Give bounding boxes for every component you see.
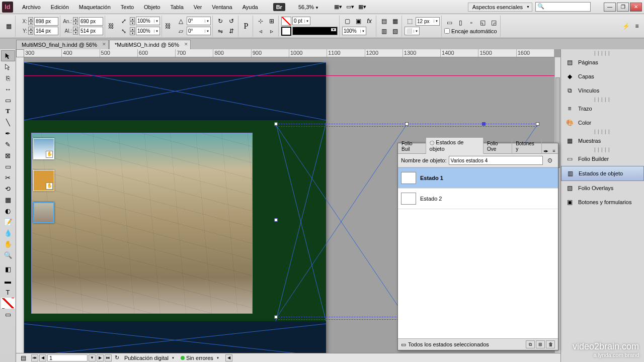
selection-handle[interactable]	[536, 122, 539, 126]
scale-y-field[interactable]: 100%	[136, 27, 160, 35]
image-frame[interactable]	[31, 133, 253, 314]
thumbnail-2[interactable]: ✋	[33, 170, 54, 191]
x-field[interactable]	[34, 17, 58, 26]
doc-tab-1[interactable]: MultiMSO_final_h.indd @ 56%✕	[16, 40, 109, 49]
vertical-ruler[interactable]	[16, 57, 24, 356]
feather-icon[interactable]: ▣	[353, 17, 363, 26]
dropshadow-icon[interactable]: ▢	[342, 17, 352, 26]
shear-field[interactable]: 0°	[187, 27, 211, 35]
gap-tool[interactable]: ↔	[1, 83, 15, 95]
panel-menu-icon[interactable]: ≡	[550, 148, 558, 153]
close-icon[interactable]: ✕	[102, 42, 106, 47]
state-item-2[interactable]: Estado 2	[398, 189, 558, 209]
constrain-scale-icon[interactable]: ⛓	[163, 22, 173, 31]
ruler-origin[interactable]	[16, 49, 24, 57]
content-collector-tool[interactable]: ▭	[1, 95, 15, 106]
selection-handle[interactable]	[274, 315, 278, 319]
p-icon[interactable]: P	[241, 22, 251, 31]
first-page-button[interactable]: ⏮	[31, 354, 38, 361]
format-text-tool[interactable]: T	[1, 287, 15, 298]
page-field[interactable]	[47, 354, 88, 361]
rectangle-frame-tool[interactable]: ⊠	[1, 150, 15, 161]
note-tool[interactable]: 📝	[1, 216, 15, 227]
status-menu-icon[interactable]: ▤	[18, 353, 28, 363]
dock-botones-formularios[interactable]: ▣Botones y formularios	[561, 195, 644, 209]
close-icon[interactable]: ✕	[184, 42, 188, 47]
dock-muestras[interactable]: ▦Muestras	[561, 134, 644, 148]
rotate-ccw-icon[interactable]: ↺	[226, 17, 236, 26]
thumbnail-1[interactable]: ✋	[33, 138, 54, 159]
free-transform-tool[interactable]: ⟲	[1, 183, 15, 194]
w-stepper[interactable]: ▴▾	[73, 17, 78, 25]
fill-stroke-swatch[interactable]: ◧	[1, 262, 15, 276]
close-button[interactable]: ✕	[630, 3, 642, 12]
dock-color[interactable]: 🎨Color	[561, 116, 644, 130]
thumbnail-3[interactable]	[33, 202, 54, 223]
tab-botones[interactable]: Botones y	[512, 139, 542, 153]
y-stepper[interactable]: ▴▾	[28, 27, 33, 35]
selection-handle[interactable]	[405, 122, 409, 126]
dock-trazo[interactable]: ≡Trazo	[561, 102, 644, 116]
scroll-left-button[interactable]: ◀	[225, 354, 232, 361]
dock-estados-objeto[interactable]: ▥Estados de objeto	[561, 166, 644, 181]
pencil-tool[interactable]: ✎	[1, 139, 15, 150]
fill-prop-icon[interactable]: ◲	[489, 18, 499, 27]
zoom-tool[interactable]: 🔍	[1, 249, 15, 260]
menu-maquetacion[interactable]: Maquetación	[74, 2, 116, 12]
paste-state-icon[interactable]: ⧉	[526, 340, 535, 348]
app-logo[interactable]: Id	[2, 2, 13, 13]
scalex-stepper[interactable]: ▴▾	[130, 17, 135, 25]
text-wrap-jump-icon[interactable]: ▧	[390, 27, 400, 36]
horizontal-ruler[interactable]: 300 400 500 600 700 800 900 1000 1100 12…	[24, 49, 554, 57]
dock-grip-icon[interactable]: ┃┃┃┃┃	[561, 148, 644, 152]
gradient-swatch-tool[interactable]: ▦	[1, 194, 15, 205]
rectangle-tool[interactable]: ▭	[1, 161, 15, 172]
dock-grip-icon[interactable]: ┃┃┃┃┃	[561, 130, 644, 134]
scaley-stepper[interactable]: ▴▾	[130, 27, 135, 35]
view-mode-tool[interactable]: ▭	[1, 309, 15, 320]
new-state-icon[interactable]: ⊞	[536, 340, 545, 348]
selection-handle[interactable]	[274, 122, 278, 126]
y-field[interactable]	[34, 27, 58, 35]
fit-prop-icon[interactable]: ◱	[477, 18, 488, 27]
tab-estados-objeto[interactable]: ◌ Estados de objeto	[426, 138, 484, 154]
content-grabber-icon[interactable]: ⊹	[256, 17, 266, 26]
preview-icon[interactable]: ▭	[401, 341, 406, 348]
dock-grip-icon[interactable]: ┃┃┃┃┃	[561, 51, 644, 55]
corner-icon[interactable]: ⬚	[405, 17, 415, 26]
delete-state-icon[interactable]: 🗑	[546, 340, 555, 348]
line-tool[interactable]: ╲	[1, 117, 15, 128]
content-collector-icon[interactable]: ⊞	[267, 17, 277, 26]
text-wrap-none-icon[interactable]: ▤	[379, 17, 389, 26]
scissors-tool[interactable]: ✂	[1, 172, 15, 183]
panel-collapse-icon[interactable]: ◂▸	[542, 148, 550, 153]
state-item-1[interactable]: Estado 1	[398, 168, 558, 189]
prev-page-button[interactable]: ◀	[39, 354, 46, 361]
direct-selection-tool[interactable]	[1, 61, 15, 72]
select-prev-icon[interactable]: ◃	[256, 27, 266, 36]
menu-ayuda[interactable]: Ayuda	[237, 2, 263, 12]
default-fill-stroke-tool[interactable]	[1, 298, 15, 309]
menu-ver[interactable]: Ver	[189, 2, 207, 12]
rotate-field[interactable]: 0°	[187, 17, 211, 25]
gradient-feather-tool[interactable]: ◐	[1, 205, 15, 216]
object-states-panel[interactable]: Folio Buil ◌ Estados de objeto Folio Ove…	[397, 143, 558, 350]
fit-frame-icon[interactable]: ▯	[455, 18, 465, 27]
tab-folio-builder[interactable]: Folio Buil	[398, 139, 426, 153]
screen-mode-icon[interactable]: ▭▾	[344, 2, 356, 12]
hand-tool[interactable]: ✋	[1, 238, 15, 249]
guide-line[interactable]	[24, 75, 554, 76]
x-stepper[interactable]: ▴▾	[28, 17, 33, 25]
view-options-icon[interactable]: ▦▾	[332, 2, 344, 12]
bridge-button[interactable]: Br	[273, 3, 285, 11]
preflight-status[interactable]: Sin errores	[179, 355, 220, 361]
autofit-checkbox[interactable]	[444, 28, 450, 34]
page-dropdown-button[interactable]: ▼	[89, 354, 96, 361]
panel-menu-icon[interactable]: ≡	[632, 22, 642, 31]
selection-handle[interactable]	[274, 218, 278, 222]
flip-h-icon[interactable]: ⇋	[215, 27, 225, 36]
fx-icon[interactable]: fx	[364, 17, 374, 26]
target-icon[interactable]: ⊙	[545, 156, 555, 165]
dock-folio-overlays[interactable]: ▧Folio Overlays	[561, 181, 644, 195]
type-tool[interactable]: T	[1, 106, 15, 117]
